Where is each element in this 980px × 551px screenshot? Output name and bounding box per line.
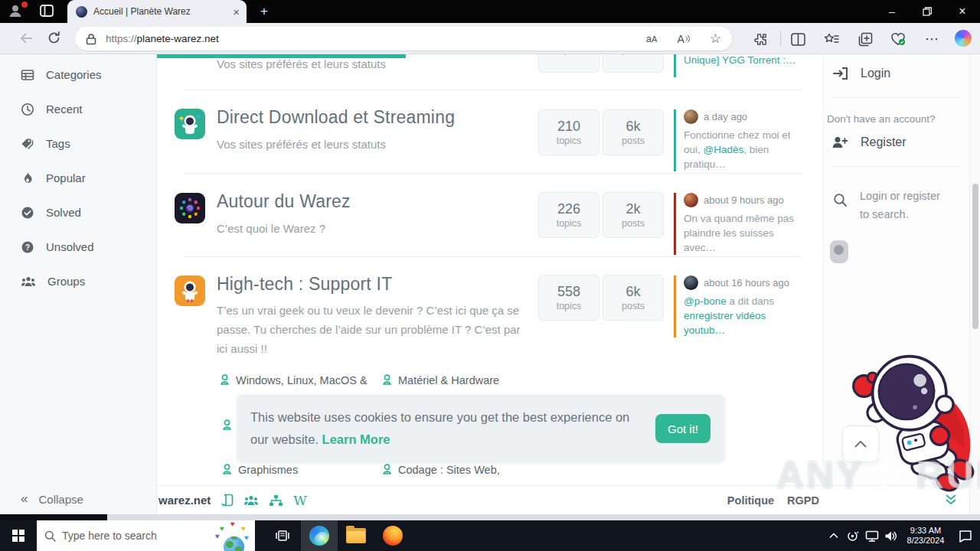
- tray-network-icon[interactable]: [862, 520, 881, 551]
- taskbar-edge-button[interactable]: [301, 520, 338, 551]
- login-button[interactable]: Login: [833, 67, 969, 80]
- favorite-star-icon[interactable]: ☆: [710, 31, 721, 47]
- translate-icon[interactable]: aA: [646, 33, 658, 44]
- tray-show-hidden-icons[interactable]: [824, 520, 843, 551]
- category-icon-hightech[interactable]: [175, 276, 205, 306]
- teaser-topic-link[interactable]: Unique] YGG Torrent :…: [684, 54, 796, 66]
- sitemap-icon[interactable]: [269, 494, 283, 507]
- tab-title: Accueil | Planète Warez: [93, 6, 227, 17]
- window-minimize-button[interactable]: –: [880, 0, 903, 23]
- browser-profile-button[interactable]: [7, 2, 27, 21]
- site-favicon: [76, 6, 87, 18]
- tab-close-icon[interactable]: ×: [233, 6, 240, 18]
- user-avatar[interactable]: [684, 193, 698, 207]
- category-description: Vos sites préférés et leurs statuts: [217, 135, 386, 154]
- astronaut-icon: [175, 276, 205, 306]
- flame-icon: [21, 171, 34, 185]
- window-close-button[interactable]: ×: [951, 0, 974, 23]
- scrollbar-thumb[interactable]: [972, 184, 978, 329]
- group-icon[interactable]: [243, 494, 259, 507]
- panel-divider: [833, 166, 960, 167]
- learn-more-link[interactable]: Learn More: [322, 432, 390, 446]
- search-icon[interactable]: [833, 193, 848, 207]
- question-circle-icon: ?: [21, 240, 34, 254]
- row-divider: [184, 173, 801, 174]
- sidebar-item-unsolved[interactable]: ? Unsolved: [0, 230, 156, 264]
- collections-icon[interactable]: [856, 30, 874, 48]
- sidebar-item-recent[interactable]: Recent: [0, 92, 156, 126]
- sidebar-item-tags[interactable]: Tags: [0, 126, 156, 161]
- category-description: Vos sites préférés et leurs statuts: [217, 54, 386, 73]
- subcategory-link[interactable]: Matériel & Hardware: [381, 373, 499, 387]
- clock-icon: [21, 103, 34, 116]
- user-avatar[interactable]: [684, 109, 698, 124]
- copilot-icon[interactable]: [955, 30, 972, 47]
- categories-icon: [21, 68, 34, 82]
- teaser-topic-link[interactable]: enregistrer vidéos youtub…: [684, 310, 766, 336]
- address-bar[interactable]: https://planete-warez.net aA A ☆: [75, 27, 732, 51]
- sidebar-item-solved[interactable]: Solved: [0, 195, 156, 230]
- action-center-button[interactable]: [951, 520, 980, 551]
- row-divider: [184, 256, 801, 257]
- profile-notification-dot: [21, 2, 28, 8]
- subcategory-link[interactable]: Codage : Sites Web,: [381, 463, 500, 477]
- windows-taskbar: ♥ ♥ ♥ ♥ ♥: [0, 520, 980, 551]
- user-mention-link[interactable]: @Hadès: [704, 144, 744, 155]
- tray-sync-icon[interactable]: [843, 520, 862, 551]
- settings-more-icon[interactable]: ⋯: [923, 30, 941, 48]
- category-title[interactable]: High-tech : Support IT: [217, 274, 392, 295]
- sidebar-item-popular[interactable]: Popular: [0, 161, 156, 195]
- start-button[interactable]: [0, 520, 37, 551]
- taskbar-search-box[interactable]: ♥ ♥ ♥ ♥ ♥: [37, 520, 255, 551]
- favorites-icon[interactable]: [822, 30, 841, 48]
- category-icon-autour-warez[interactable]: [175, 193, 205, 223]
- scroll-icon[interactable]: [221, 494, 234, 507]
- window-restore-button[interactable]: [916, 0, 939, 23]
- taskbar-explorer-button[interactable]: [338, 520, 374, 551]
- category-title[interactable]: Direct Download et Streaming: [217, 107, 455, 128]
- category-title[interactable]: Autour du Warez: [217, 191, 351, 212]
- sidebar-label: Groups: [47, 275, 85, 288]
- taskbar-search-input[interactable]: [62, 530, 177, 542]
- file-explorer-icon: [346, 528, 366, 543]
- footer-link-politique[interactable]: Politique: [727, 494, 774, 507]
- read-aloud-icon[interactable]: A: [677, 33, 689, 45]
- back-icon[interactable]: [18, 31, 34, 46]
- subcategory-link[interactable]: Graphismes: [220, 463, 298, 477]
- footer-site-name[interactable]: warez.net: [158, 494, 211, 507]
- subcategory-link[interactable]: [220, 419, 234, 432]
- new-tab-button[interactable]: +: [255, 2, 273, 21]
- user-mention-link[interactable]: @p-bone: [684, 295, 727, 307]
- sidebar-label: Tags: [46, 137, 70, 150]
- category-icon-direct-download[interactable]: [175, 109, 205, 139]
- browser-tab[interactable]: Accueil | Planète Warez ×: [67, 0, 247, 23]
- subcategory-user-icon: [220, 463, 234, 476]
- wikipedia-icon[interactable]: W: [293, 493, 306, 508]
- tray-volume-icon[interactable]: [881, 520, 900, 551]
- sidebar-item-groups[interactable]: Groups: [0, 264, 156, 298]
- got-it-button[interactable]: Got it!: [655, 414, 710, 443]
- extensions-icon[interactable]: [750, 30, 769, 48]
- register-icon: [831, 135, 848, 149]
- browser-essentials-icon[interactable]: [889, 30, 907, 48]
- sidebar-label: Recent: [46, 103, 83, 116]
- subcategory-user-icon: [220, 419, 234, 432]
- subcategory-link[interactable]: Windows, Linux, MacOS &: [218, 373, 377, 387]
- sidebar-collapse-button[interactable]: « Collapse: [21, 491, 83, 507]
- refresh-icon[interactable]: [47, 31, 61, 45]
- register-button[interactable]: Register: [831, 135, 969, 149]
- workspaces-icon[interactable]: [40, 5, 54, 17]
- split-screen-icon[interactable]: [789, 30, 807, 48]
- topics-label: topics: [557, 54, 582, 56]
- teaser-text: On va quand même pas plaindre les suisse…: [684, 211, 805, 255]
- task-view-button[interactable]: [264, 520, 301, 551]
- user-avatar[interactable]: [684, 276, 698, 290]
- cookie-banner: This website uses cookies to ensure you …: [237, 395, 724, 462]
- sidebar-label: Unsolved: [46, 240, 94, 253]
- anyrun-watermark: ANY RUN: [776, 453, 980, 497]
- posts-stat: posts: [603, 54, 664, 73]
- sidebar-item-categories[interactable]: Categories: [0, 57, 156, 92]
- taskbar-firefox-button[interactable]: [374, 520, 411, 551]
- login-icon: [833, 67, 848, 80]
- taskbar-clock[interactable]: 9:33 AM 8/23/2024: [900, 526, 951, 546]
